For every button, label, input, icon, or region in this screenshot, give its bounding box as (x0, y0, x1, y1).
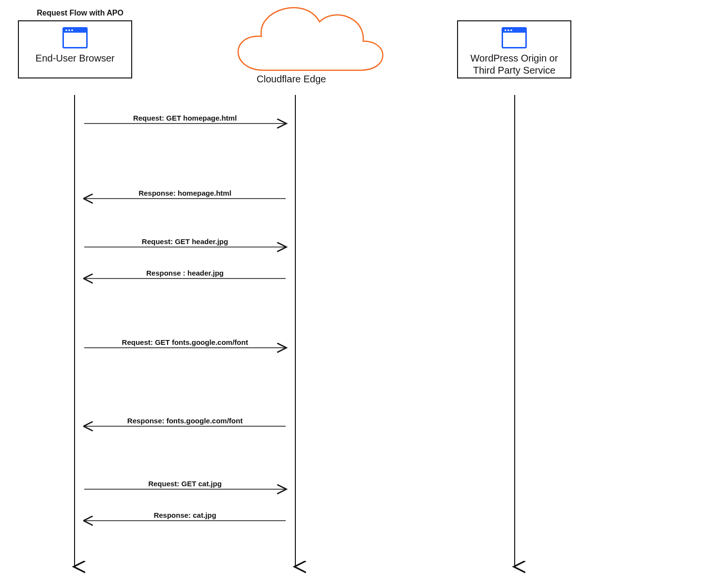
message-label: Request: GET homepage.html (84, 114, 286, 122)
cloud-icon (238, 8, 383, 70)
message-label: Request: GET fonts.google.com/font (84, 338, 286, 346)
message-label: Request: GET header.jpg (84, 237, 286, 246)
diagram-canvas: Request Flow with APO End-User Browser W… (0, 0, 704, 588)
message-arrows (84, 124, 286, 521)
message-label: Response : header.jpg (84, 269, 286, 277)
message-label: Response: cat.jpg (84, 511, 286, 519)
message-label: Response: homepage.html (84, 189, 286, 197)
diagram-svg-layer (0, 0, 704, 588)
message-label: Request: GET cat.jpg (84, 480, 286, 488)
message-label: Response: fonts.google.com/font (84, 417, 286, 425)
